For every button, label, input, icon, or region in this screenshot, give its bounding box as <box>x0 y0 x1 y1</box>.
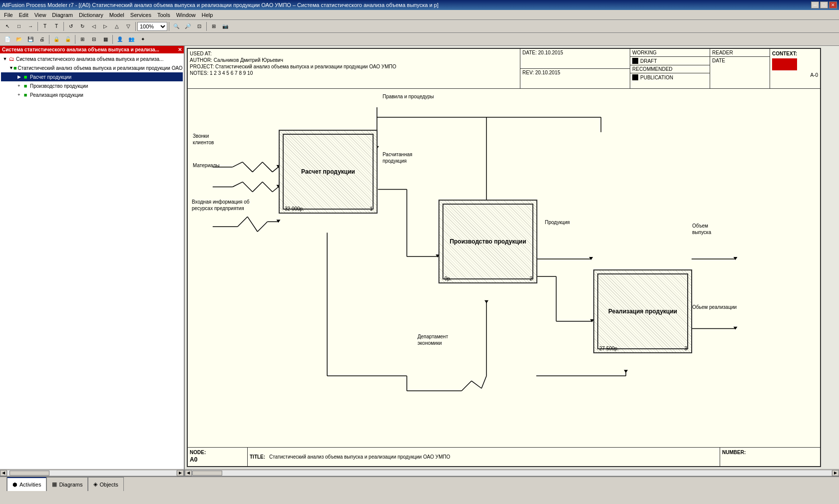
process-box-2[interactable]: Производство продукции 0р. 2 <box>438 200 537 283</box>
zoom-fit-btn[interactable]: ⊡ <box>194 21 205 32</box>
menu-diagram[interactable]: Diagram <box>49 11 76 19</box>
tree-area: ▼ 🗂 Система статистического анализа объе… <box>0 53 184 469</box>
svg-marker-38 <box>734 257 738 260</box>
up-btn[interactable]: △ <box>111 21 122 32</box>
forward-btn[interactable]: ▷ <box>100 21 111 32</box>
idef-header-status: WORKING DRAFT RECOMMENDED PUBLICATION <box>630 49 710 88</box>
title-bar-buttons: ─ □ ✕ <box>811 1 837 8</box>
back-btn[interactable]: ◁ <box>88 21 99 32</box>
open-btn[interactable]: 📂 <box>13 34 24 45</box>
print-prev-btn[interactable]: ⊞ <box>208 21 219 32</box>
diagram-hscrollbar[interactable]: ◀ ▶ <box>185 469 839 476</box>
process-box-3[interactable]: Реализация продукции 27 500р. 3 <box>593 269 692 353</box>
camera-btn[interactable]: 📷 <box>220 21 231 32</box>
tree-expander-4[interactable]: + <box>16 92 22 98</box>
svg-marker-52 <box>624 370 628 373</box>
person1-btn[interactable]: 👤 <box>114 34 125 45</box>
select-tool-btn[interactable]: ↖ <box>2 21 13 32</box>
menu-services[interactable]: Services <box>127 11 154 19</box>
activities-icon: ⬢ <box>12 482 17 488</box>
menu-tools[interactable]: Tools <box>154 11 173 19</box>
menu-dictionary[interactable]: Dictionary <box>76 11 106 19</box>
svg-line-18 <box>263 182 273 192</box>
idef-footer: NODE: A0 TITLE: Статистический анализ об… <box>188 447 820 466</box>
left-scroll-left-btn[interactable]: ◀ <box>0 470 7 476</box>
left-panel-close-btn[interactable]: ✕ <box>178 47 182 52</box>
menu-edit[interactable]: Edit <box>16 11 31 19</box>
maximize-button[interactable]: □ <box>820 1 828 8</box>
grid2-btn[interactable]: ⊟ <box>88 34 99 45</box>
svg-line-10 <box>253 162 263 172</box>
left-scroll-right-btn[interactable]: ▶ <box>177 470 184 476</box>
down-btn[interactable]: ▽ <box>123 21 134 32</box>
idef-working: WORKING <box>630 49 710 57</box>
star-btn[interactable]: ✦ <box>137 34 148 45</box>
svg-marker-32 <box>589 257 593 260</box>
diag-scroll-right-btn[interactable]: ▶ <box>832 470 839 476</box>
idef-header-info: USED AT: AUTHOR: Сальников Дмитрий Юрьев… <box>188 49 520 88</box>
tab-activities[interactable]: ⬢ Activities <box>7 477 46 491</box>
undo-btn[interactable]: ↺ <box>65 21 76 32</box>
save-btn[interactable]: 💾 <box>25 34 36 45</box>
svg-line-16 <box>243 182 253 192</box>
zoom-out-btn[interactable]: 🔎 <box>182 21 193 32</box>
grid3-btn[interactable]: ▦ <box>100 34 111 45</box>
box2-number: 2 <box>529 276 532 281</box>
tree-item-4[interactable]: + ■ Реализация продукции <box>1 90 183 99</box>
rect-tool-btn[interactable]: □ <box>13 21 24 32</box>
idef-used-at: USED AT: <box>190 51 518 56</box>
tree-expander-1[interactable]: ▼ <box>9 65 13 71</box>
text-tool-btn[interactable]: T <box>39 21 50 32</box>
tree-item-1[interactable]: ▼ ■ Статистический анализ объема выпуска… <box>1 63 183 72</box>
close-button[interactable]: ✕ <box>829 1 837 8</box>
title-bar: AllFusion Process Modeler r7 - [(A0) Ста… <box>0 0 839 10</box>
label-volume-out: Объемвыпуска <box>692 223 711 236</box>
diag-scroll-track[interactable] <box>192 470 832 476</box>
lock2-btn[interactable]: 🔓 <box>62 34 73 45</box>
diag-scroll-left-btn[interactable]: ◀ <box>185 470 192 476</box>
svg-line-12 <box>272 167 278 172</box>
tree-expander-3[interactable]: + <box>16 83 22 89</box>
tab-diagrams[interactable]: ▦ Diagrams <box>46 477 88 491</box>
tree-item-2[interactable]: ▶ ■ Расчет продукции <box>1 72 183 81</box>
left-hscrollbar[interactable]: ◀ ▶ <box>0 469 184 476</box>
svg-line-24 <box>258 222 268 232</box>
left-scroll-thumb[interactable] <box>9 471 49 476</box>
redo-btn[interactable]: ↻ <box>77 21 88 32</box>
menu-model[interactable]: Model <box>106 11 127 19</box>
tree-item-3[interactable]: + ■ Производство продукции <box>1 81 183 90</box>
print-btn[interactable]: 🖨 <box>36 34 47 45</box>
sep1 <box>37 22 38 31</box>
sep4 <box>169 22 169 31</box>
left-scroll-track[interactable] <box>7 470 177 476</box>
idef-date: DATE: 20.10.2015 <box>520 49 630 69</box>
diagram-scroll[interactable]: USED AT: AUTHOR: Сальников Дмитрий Юрьев… <box>185 46 839 476</box>
svg-line-11 <box>263 162 273 172</box>
diag-scroll-thumb[interactable] <box>192 471 222 476</box>
tab-objects[interactable]: ◈ Objects <box>88 477 123 491</box>
person2-btn[interactable]: 👥 <box>126 34 137 45</box>
text2-tool-btn[interactable]: T <box>51 21 62 32</box>
grid1-btn[interactable]: ⊞ <box>77 34 88 45</box>
activities-label: Activities <box>19 482 41 488</box>
menu-file[interactable]: File <box>1 11 16 19</box>
tree-expander-2[interactable]: ▶ <box>16 74 22 80</box>
lock1-btn[interactable]: 🔒 <box>51 34 62 45</box>
svg-line-9 <box>243 162 253 172</box>
tree-label-4: Реализация продукции <box>30 92 83 98</box>
new-btn[interactable]: 📄 <box>2 34 13 45</box>
arrow-tool-btn[interactable]: → <box>25 21 36 32</box>
main-area: Система статистического анализа объема в… <box>0 46 839 476</box>
sep8 <box>112 35 113 44</box>
menu-window[interactable]: Window <box>173 11 199 19</box>
menu-help[interactable]: Help <box>199 11 216 19</box>
tree-expander-root[interactable]: ▼ <box>2 56 8 62</box>
zoom-in-btn[interactable]: 🔍 <box>171 21 182 32</box>
process-box-1[interactable]: Расчет продукции 32 000р. 1 <box>279 130 378 214</box>
minimize-button[interactable]: ─ <box>811 1 819 8</box>
menu-view[interactable]: View <box>31 11 49 19</box>
tree-item-root[interactable]: ▼ 🗂 Система статистического анализа объе… <box>1 54 183 63</box>
toolbar-1: ↖ □ → T T ↺ ↻ ◁ ▷ △ ▽ 100% 75% 150% 🔍 🔎 … <box>0 20 839 33</box>
menu-bar: File Edit View Diagram Dictionary Model … <box>0 10 839 20</box>
zoom-select[interactable]: 100% 75% 150% <box>137 22 167 31</box>
